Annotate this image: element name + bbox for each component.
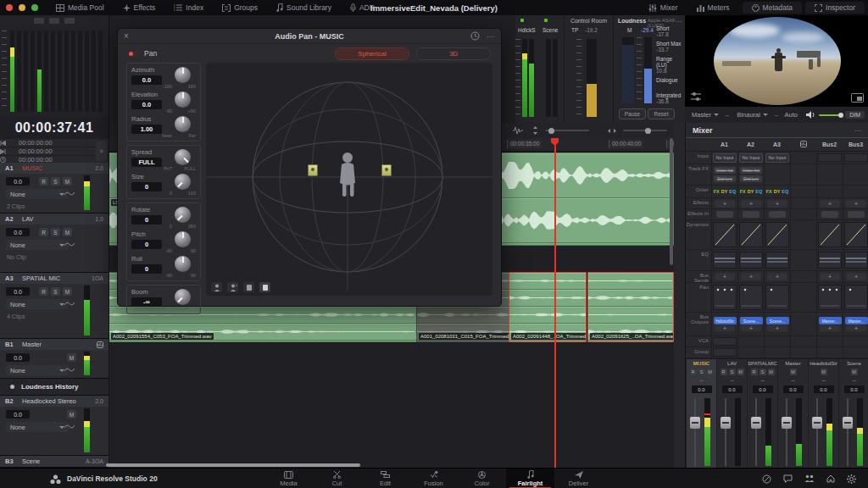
control-value[interactable]: 0	[131, 182, 162, 191]
playhead[interactable]	[554, 138, 556, 468]
home-icon[interactable]	[826, 474, 835, 484]
fader-value[interactable]: 0.0	[814, 385, 834, 393]
window-zoom-button[interactable]	[31, 4, 38, 11]
input-select-button[interactable]: No Input	[765, 153, 789, 163]
mixer-cell[interactable]: +	[711, 198, 737, 208]
order-token-eq[interactable]: EQ	[755, 189, 762, 194]
mixer-cell[interactable]	[711, 283, 737, 312]
fader-mute-button[interactable]: M	[821, 369, 827, 375]
pan-graph[interactable]	[713, 285, 737, 310]
loudness-pause-button[interactable]: Pause	[619, 108, 646, 119]
fader-handle[interactable]	[690, 417, 700, 429]
add-bus-send[interactable]: +	[820, 325, 840, 331]
track-mute-button[interactable]: M	[67, 410, 76, 419]
track-mute-button[interactable]: M	[63, 287, 72, 296]
azimuth-knob[interactable]	[175, 67, 191, 83]
clip-spatial[interactable]: A002_02091448_..OA_Trimmed.wav	[509, 272, 587, 342]
pan-mode-spherical[interactable]: Spherical	[335, 47, 409, 60]
mixer-cell[interactable]: +	[764, 198, 790, 208]
track-solo-button[interactable]: S	[51, 177, 60, 186]
menu-metadata[interactable]: Metadata	[743, 2, 802, 14]
eq-graph[interactable]	[844, 252, 868, 269]
menu-media-pool[interactable]: Media Pool	[47, 0, 114, 15]
horizontal-zoom-slider[interactable]	[623, 130, 667, 131]
order-token-fx[interactable]: FX	[740, 189, 746, 194]
menu-index[interactable]: Index	[164, 0, 213, 15]
input-slot[interactable]	[818, 153, 842, 162]
mixer-column-bus3[interactable]: Bus3	[843, 138, 868, 151]
automation-curve-icon[interactable]	[64, 424, 75, 430]
menu-sound-library[interactable]: Sound Library	[267, 0, 341, 15]
track-b2[interactable]: B2 Headlocked Stereo 2.00.0 M None	[0, 396, 108, 456]
control-value[interactable]: 1.00	[131, 125, 162, 134]
track-b3[interactable]: B3 Scene A-3OA	[0, 456, 108, 468]
mixer-cell[interactable]	[737, 209, 764, 219]
automation-curve-icon[interactable]	[64, 241, 75, 247]
mixer-column-a1[interactable]: A1	[711, 138, 737, 151]
roll-knob[interactable]	[175, 256, 191, 272]
automation-curve-icon[interactable]: ~	[809, 377, 838, 385]
radius-knob[interactable]	[175, 116, 191, 132]
order-token-fx[interactable]: FX	[714, 189, 720, 194]
menu-groups[interactable]: Groups	[213, 0, 267, 15]
mixer-cell[interactable]: +	[737, 198, 764, 208]
add-button[interactable]: +	[820, 273, 840, 280]
mixer-cell[interactable]: HdlckdStr+	[711, 313, 737, 336]
mixer-cell[interactable]	[816, 152, 843, 164]
add-button[interactable]: +	[741, 273, 761, 280]
tab-edit[interactable]: Edit	[361, 469, 409, 488]
bus-output-assign[interactable]: HdlckdStr	[714, 317, 737, 324]
fader-handle[interactable]	[782, 417, 792, 429]
add-button[interactable]: +	[767, 200, 787, 208]
mixer-cell[interactable]: Voice IsoDial Lev	[711, 164, 737, 185]
add-button[interactable]: +	[820, 200, 840, 208]
fader-value[interactable]: 0.0	[783, 385, 804, 393]
tab-fusion[interactable]: Fusion	[409, 469, 458, 488]
mixer-cell[interactable]	[737, 283, 764, 312]
track-fx-slots[interactable]: Voice IsoDial Lev	[740, 166, 762, 183]
effects-in-toggle[interactable]	[821, 211, 838, 218]
fader-record-button[interactable]: R	[751, 369, 758, 375]
picture-in-picture-icon[interactable]	[851, 93, 864, 103]
dynamics-graph[interactable]	[844, 222, 868, 247]
order-token-dy[interactable]: DY	[774, 189, 781, 194]
bus-output-assign[interactable]: Scene...	[766, 317, 789, 324]
collaboration-icon[interactable]	[804, 474, 815, 484]
monitor-mode-label[interactable]: Auto	[784, 111, 797, 119]
mixer-cell[interactable]	[843, 250, 868, 270]
mixer-cell[interactable]	[711, 220, 737, 249]
group-slot[interactable]	[713, 348, 737, 357]
mixer-cell[interactable]: +	[764, 271, 790, 282]
horizontal-zoom-icon[interactable]	[608, 128, 616, 134]
fader-mute-button[interactable]: M	[707, 369, 714, 375]
automation-curve-icon[interactable]	[64, 301, 75, 307]
tab-deliver[interactable]: Deliver	[554, 469, 603, 488]
pan-enable-toggle[interactable]: Pan	[128, 49, 157, 58]
timeline-vertical-scrollbar[interactable]	[670, 138, 673, 265]
order-token-fx[interactable]: FX	[766, 189, 772, 194]
speaker-solo-icon[interactable]	[259, 282, 270, 292]
mixer-cell[interactable]	[764, 250, 790, 270]
timeline-horizontal-scrollbar[interactable]	[106, 463, 360, 467]
track-record-arm-button[interactable]: R	[39, 287, 48, 296]
mixer-cell[interactable]	[843, 209, 868, 219]
loudness-menu[interactable]: ···	[675, 17, 682, 25]
mixer-cell[interactable]: Scene...+	[737, 313, 764, 336]
add-button[interactable]: +	[767, 273, 787, 280]
mixer-menu-icon[interactable]: ···	[854, 126, 862, 135]
meter-view-tab[interactable]	[49, 18, 59, 24]
track-fx-slots[interactable]: Voice IsoDial Lev	[714, 166, 736, 183]
mixer-cell[interactable]: +	[711, 271, 737, 282]
listener-view-icon[interactable]	[211, 282, 222, 292]
fader-mute-button[interactable]: M	[851, 369, 858, 375]
fader-handle[interactable]	[751, 417, 761, 429]
fader-value[interactable]: 0.0	[722, 385, 743, 393]
effects-in-toggle[interactable]	[769, 211, 786, 218]
add-button[interactable]: +	[846, 273, 866, 280]
pitch-knob[interactable]	[175, 231, 191, 247]
fader-strip-lav[interactable]: LAV RSM ~ 0.0	[716, 359, 747, 470]
fader-strip-scene[interactable]: Scene M ~ 0.0	[838, 359, 868, 470]
timer-icon[interactable]	[762, 474, 771, 484]
automation-curve-icon[interactable]: ~	[839, 377, 868, 385]
fader-strip-master[interactable]: Master M ~ 0.0	[777, 359, 808, 470]
